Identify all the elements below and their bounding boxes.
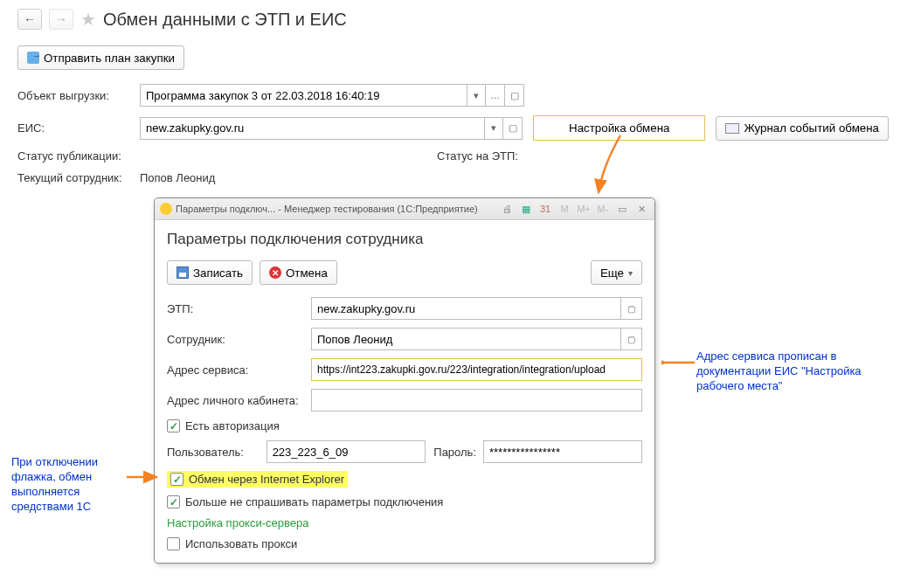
back-button[interactable]: ←: [17, 9, 42, 30]
object-more-button[interactable]: …: [486, 84, 505, 107]
object-dropdown-icon[interactable]: ▾: [467, 84, 486, 107]
page-title: Обмен данными с ЭТП и ЕИС: [103, 10, 347, 30]
event-log-label: Журнал событий обмена: [744, 121, 879, 135]
eis-dropdown-icon[interactable]: ▾: [484, 117, 503, 140]
etp-status-label: Статус на ЭТП:: [437, 149, 518, 163]
send-icon: [27, 52, 39, 64]
arrow-icon: [594, 131, 647, 201]
connection-params-dialog: Параметры подключ... - Менеджер тестиров…: [154, 197, 655, 202]
dialog-titlebar[interactable]: Параметры подключ... - Менеджер тестиров…: [155, 198, 654, 202]
event-log-button[interactable]: Журнал событий обмена: [716, 116, 889, 141]
eis-input[interactable]: [140, 117, 484, 140]
forward-button[interactable]: →: [49, 9, 73, 30]
eis-open-button[interactable]: ▢: [503, 117, 523, 140]
employee-value: Попов Леонид: [140, 171, 215, 184]
eis-label: ЕИС:: [17, 121, 140, 135]
favorite-star-icon[interactable]: ★: [80, 9, 96, 30]
object-input[interactable]: [140, 84, 467, 107]
send-plan-label: Отправить план закупки: [44, 52, 175, 65]
object-open-button[interactable]: ▢: [505, 84, 524, 107]
log-icon: [725, 123, 739, 134]
employee-label: Текущий сотрудник:: [17, 171, 140, 184]
send-plan-button[interactable]: Отправить план закупки: [17, 45, 184, 70]
pub-status-label: Статус публикации:: [17, 149, 140, 163]
object-label: Объект выгрузки:: [17, 89, 140, 102]
